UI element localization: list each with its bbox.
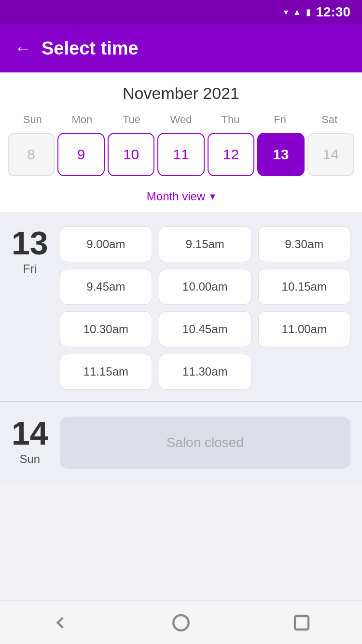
back-nav-icon <box>50 613 70 633</box>
slot-900am[interactable]: 9.00am <box>60 226 152 262</box>
day14-label-col: 14 Sun <box>12 417 48 466</box>
status-time: 12:30 <box>316 4 350 20</box>
day-header-mon: Mon <box>57 112 107 128</box>
month-view-toggle[interactable]: Month view ▾ <box>8 183 354 212</box>
nav-back-button[interactable] <box>50 613 70 633</box>
slot-1045am[interactable]: 10.45am <box>159 311 251 347</box>
time-section-day14: 14 Sun Salon closed <box>0 402 362 483</box>
nav-home-button[interactable] <box>171 613 191 633</box>
day-header-sat: Sat <box>305 112 354 128</box>
calendar-day-11[interactable]: 11 <box>157 133 204 176</box>
slot-1000am[interactable]: 10.00am <box>159 269 251 305</box>
calendar-day-13[interactable]: 13 <box>257 133 304 176</box>
slot-930am[interactable]: 9.30am <box>258 226 350 262</box>
calendar-day-14: 14 <box>307 133 354 176</box>
days-row: 8 9 10 11 12 13 14 <box>8 133 354 176</box>
back-button[interactable]: ← <box>14 40 32 57</box>
day13-name: Fri <box>13 262 47 276</box>
day13-number: 13 <box>12 226 48 259</box>
calendar-day-9[interactable]: 9 <box>57 133 104 176</box>
signal-icon: ▲ <box>293 7 302 17</box>
slot-945am[interactable]: 9.45am <box>60 269 152 305</box>
day13-label-col: 13 Fri <box>12 226 48 276</box>
day-header-wed: Wed <box>156 112 206 128</box>
day-header-sun: Sun <box>8 112 57 128</box>
page-title: Select time <box>42 38 139 59</box>
calendar-day-12[interactable]: 12 <box>208 133 254 176</box>
bottom-nav <box>0 601 362 644</box>
header: ← Select time <box>0 24 362 72</box>
calendar-day-8: 8 <box>8 133 55 176</box>
slot-915am[interactable]: 9.15am <box>159 226 251 262</box>
month-year-label: November 2021 <box>8 84 354 103</box>
day14-number: 14 <box>12 417 48 449</box>
slots-grid-day13: 9.00am 9.15am 9.30am 9.45am 10.00am 10.1… <box>60 226 350 390</box>
slot-1030am[interactable]: 10.30am <box>60 311 152 347</box>
day-headers-row: Sun Mon Tue Wed Thu Fri Sat <box>8 112 354 128</box>
svg-rect-1 <box>295 616 308 630</box>
status-bar: ▾ ▲ ▮ 12:30 <box>0 0 362 24</box>
recent-nav-icon <box>292 613 312 633</box>
calendar-section: November 2021 Sun Mon Tue Wed Thu Fri Sa… <box>0 72 362 212</box>
month-view-label: Month view <box>147 190 205 203</box>
home-nav-icon <box>171 613 191 633</box>
battery-icon: ▮ <box>306 7 311 17</box>
slot-1130am[interactable]: 11.30am <box>159 354 251 390</box>
wifi-icon: ▾ <box>284 7 288 17</box>
calendar-day-10[interactable]: 10 <box>108 133 154 176</box>
time-section-day13: 13 Fri 9.00am 9.15am 9.30am 9.45am 10.00… <box>0 212 362 401</box>
svg-point-0 <box>173 615 189 630</box>
slot-1015am[interactable]: 10.15am <box>258 269 350 305</box>
slot-1100am[interactable]: 11.00am <box>258 311 350 347</box>
day-header-tue: Tue <box>107 112 156 128</box>
day-header-thu: Thu <box>206 112 255 128</box>
day14-name: Sun <box>13 452 47 466</box>
slot-1115am[interactable]: 11.15am <box>60 354 152 390</box>
day-header-fri: Fri <box>255 112 305 128</box>
nav-recent-button[interactable] <box>292 613 312 633</box>
salon-closed-box: Salon closed <box>60 417 350 469</box>
chevron-down-icon: ▾ <box>210 190 215 203</box>
